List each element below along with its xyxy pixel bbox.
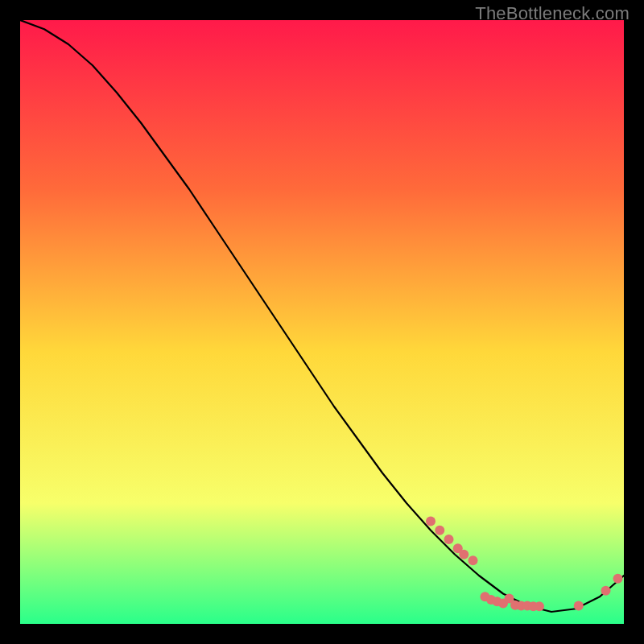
gradient-background <box>20 20 624 624</box>
data-marker <box>459 550 469 559</box>
data-marker <box>469 555 478 565</box>
data-marker <box>535 601 544 611</box>
chart-plot <box>20 20 624 624</box>
data-marker <box>435 526 444 535</box>
data-marker <box>444 535 454 544</box>
data-marker <box>574 601 584 611</box>
chart-frame: TheBottleneck.com <box>0 0 644 644</box>
data-marker <box>426 517 436 526</box>
data-marker <box>613 574 623 584</box>
data-marker <box>601 586 611 596</box>
